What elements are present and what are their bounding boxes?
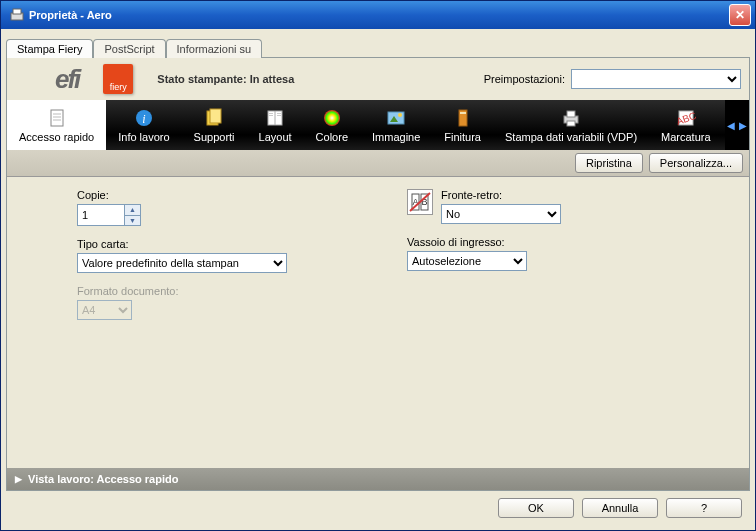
nav-supporti[interactable]: Supporti — [182, 100, 247, 150]
stamp-icon: ABC — [675, 107, 697, 129]
chevron-right-icon: ▶ — [15, 474, 22, 484]
nav-label: Info lavoro — [118, 131, 169, 143]
category-navbar: Accesso rapido i Info lavoro Supporti La… — [7, 100, 749, 150]
nav-scroll: ◀ ▶ — [725, 100, 749, 150]
nav-label: Immagine — [372, 131, 420, 143]
svg-rect-2 — [51, 110, 63, 126]
tab-strip: Stampa Fiery PostScript Informazioni su — [6, 38, 750, 57]
duplex-label: Fronte-retro: — [441, 189, 561, 201]
copies-field: Copie: ▲ ▼ — [77, 189, 287, 226]
copies-spin-down[interactable]: ▼ — [125, 216, 140, 226]
nav-marcatura[interactable]: ABC Marcatura — [649, 100, 723, 150]
svg-rect-24 — [567, 121, 575, 126]
reset-button[interactable]: Ripristina — [575, 153, 643, 173]
nav-info-lavoro[interactable]: i Info lavoro — [106, 100, 181, 150]
sub-toolbar: Ripristina Personalizza... — [7, 150, 749, 177]
copies-spin-buttons: ▲ ▼ — [124, 205, 140, 225]
svg-rect-23 — [567, 111, 575, 117]
presets-label: Preimpostazioni: — [484, 73, 565, 85]
help-button[interactable]: ? — [666, 498, 742, 518]
copies-input[interactable] — [78, 205, 124, 225]
nav-layout[interactable]: Layout — [247, 100, 304, 150]
close-icon: ✕ — [735, 8, 745, 22]
brand-row: efi fiery Stato stampante: In attesa Pre… — [7, 58, 749, 100]
duplex-select[interactable]: No — [441, 204, 561, 224]
svg-point-16 — [324, 110, 340, 126]
close-button[interactable]: ✕ — [729, 4, 751, 26]
copies-label: Copie: — [77, 189, 287, 201]
presets-wrap: Preimpostazioni: — [484, 69, 741, 89]
layout-icon — [264, 107, 286, 129]
nav-label: Finitura — [444, 131, 481, 143]
printer-status: Stato stampante: In attesa — [157, 73, 294, 85]
app-icon — [9, 7, 25, 23]
client-area: Stampa Fiery PostScript Informazioni su … — [1, 29, 755, 530]
duplex-icon: AB — [407, 189, 433, 215]
nav-scroll-left[interactable]: ◀ — [725, 100, 737, 150]
nav-scroll-right[interactable]: ▶ — [737, 100, 749, 150]
nav-colore[interactable]: Colore — [304, 100, 360, 150]
window-title: Proprietà - Aero — [29, 9, 729, 21]
nav-finitura[interactable]: Finitura — [432, 100, 493, 150]
image-icon — [385, 107, 407, 129]
job-view-label: Vista lavoro: Accesso rapido — [28, 473, 178, 485]
printer-icon — [560, 107, 582, 129]
color-icon — [321, 107, 343, 129]
nav-label: Accesso rapido — [19, 131, 94, 143]
nav-vdp[interactable]: Stampa dati variabili (VDP) — [493, 100, 649, 150]
nav-label: Supporti — [194, 131, 235, 143]
doc-size-label: Formato documento: — [77, 285, 287, 297]
doc-size-field: Formato documento: A4 — [77, 285, 287, 320]
tab-postscript[interactable]: PostScript — [93, 39, 165, 58]
left-column: Copie: ▲ ▼ Tipo carta: Valore predef — [77, 189, 287, 468]
finishing-icon — [452, 107, 474, 129]
input-tray-field: Vassoio di ingresso: Autoselezione — [407, 236, 561, 271]
right-column: AB Fronte-retro: No Vassoio di ingresso: — [407, 189, 561, 468]
paper-type-field: Tipo carta: Valore predefinito della sta… — [77, 238, 287, 273]
svg-rect-14 — [277, 113, 281, 114]
nav-immagine[interactable]: Immagine — [360, 100, 432, 150]
ok-button[interactable]: OK — [498, 498, 574, 518]
input-tray-label: Vassoio di ingresso: — [407, 236, 561, 248]
duplex-field: AB Fronte-retro: No — [407, 189, 561, 224]
svg-rect-9 — [210, 109, 221, 123]
fiery-logo: fiery — [103, 64, 133, 94]
svg-text:i: i — [142, 112, 145, 126]
svg-rect-12 — [269, 113, 273, 114]
customize-button[interactable]: Personalizza... — [649, 153, 743, 173]
efi-logo: efi — [55, 64, 79, 95]
copies-spin-up[interactable]: ▲ — [125, 205, 140, 216]
svg-point-19 — [398, 113, 402, 117]
nav-label: Layout — [259, 131, 292, 143]
svg-rect-1 — [13, 9, 21, 14]
svg-rect-21 — [460, 112, 466, 114]
tab-page: efi fiery Stato stampante: In attesa Pre… — [6, 57, 750, 491]
cancel-button[interactable]: Annulla — [582, 498, 658, 518]
document-icon — [46, 107, 68, 129]
dialog-buttons: OK Annulla ? — [6, 491, 750, 525]
presets-select[interactable] — [571, 69, 741, 89]
svg-rect-15 — [277, 115, 281, 116]
nav-label: Stampa dati variabili (VDP) — [505, 131, 637, 143]
svg-rect-13 — [269, 115, 273, 116]
copies-spinner: ▲ ▼ — [77, 204, 141, 226]
title-bar: Proprietà - Aero ✕ — [1, 1, 755, 29]
input-tray-select[interactable]: Autoselezione — [407, 251, 527, 271]
tab-stampa-fiery[interactable]: Stampa Fiery — [6, 39, 93, 58]
nav-label: Colore — [316, 131, 348, 143]
properties-window: Proprietà - Aero ✕ Stampa Fiery PostScri… — [0, 0, 756, 531]
paper-type-select[interactable]: Valore predefinito della stampan — [77, 253, 287, 273]
paper-type-label: Tipo carta: — [77, 238, 287, 250]
tab-informazioni-su[interactable]: Informazioni su — [166, 39, 263, 58]
info-icon: i — [133, 107, 155, 129]
job-view-expander[interactable]: ▶ Vista lavoro: Accesso rapido — [7, 468, 749, 490]
nav-accesso-rapido[interactable]: Accesso rapido — [7, 100, 106, 150]
nav-label: Marcatura — [661, 131, 711, 143]
media-icon — [203, 107, 225, 129]
main-panel: Copie: ▲ ▼ Tipo carta: Valore predef — [7, 177, 749, 468]
svg-rect-17 — [388, 112, 404, 124]
doc-size-select: A4 — [77, 300, 132, 320]
